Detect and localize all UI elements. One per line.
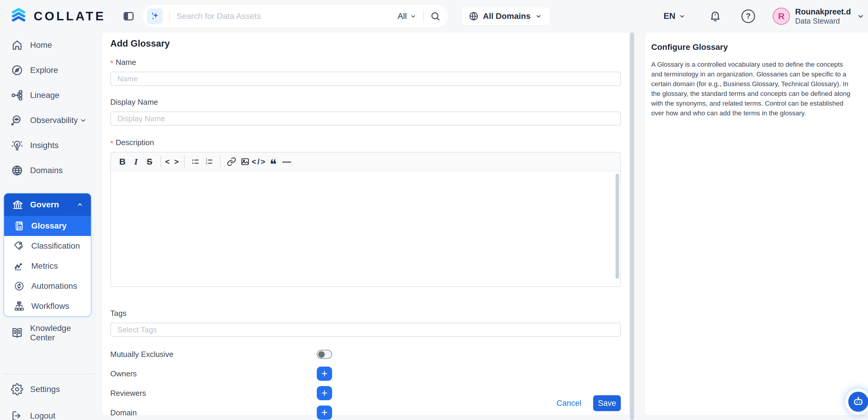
domains-globe-icon <box>11 164 24 177</box>
bold-icon[interactable]: B <box>116 154 129 169</box>
collate-logo[interactable]: COLLATE <box>9 7 105 25</box>
name-input[interactable] <box>110 72 621 86</box>
chevron-down-icon <box>410 13 417 20</box>
help-icon[interactable]: ? <box>741 9 755 23</box>
domain-label: Domain <box>110 408 317 417</box>
help-panel-title: Configure Glossary <box>651 42 851 52</box>
search-icon[interactable] <box>430 11 440 21</box>
sidebar-item-workflows[interactable]: Workflows <box>4 296 91 316</box>
editor-toolbar: B I S < > 12 </> ❝ — <box>111 152 620 171</box>
avatar-initial: R <box>778 11 784 21</box>
italic-icon[interactable]: I <box>129 154 143 169</box>
sidebar-item-automations[interactable]: Automations <box>4 276 91 296</box>
govern-section: Govern Glossary Classification Metrics <box>4 193 91 317</box>
chevron-down-icon <box>678 12 686 20</box>
search-input[interactable] <box>176 11 398 21</box>
toolbar-divider <box>184 155 185 168</box>
topbar: COLLATE All All Domains EN <box>0 0 868 32</box>
owners-label: Owners <box>110 369 317 379</box>
toggle-knob <box>318 351 325 358</box>
user-menu-chevron-icon[interactable] <box>856 12 865 21</box>
sidebar-item-insights[interactable]: Insights <box>0 133 98 158</box>
user-avatar[interactable]: R <box>773 8 790 25</box>
main-scrollbar[interactable] <box>630 32 634 420</box>
save-button[interactable]: Save <box>593 395 621 411</box>
description-editor: B I S < > 12 </> ❝ — <box>110 152 621 287</box>
sidebar-collapse-icon[interactable] <box>123 10 134 22</box>
add-glossary-form: Add Glossary * Name Display Name * Descr… <box>102 32 629 415</box>
user-role: Data Steward <box>795 17 851 25</box>
search-scope-dropdown[interactable]: All <box>398 11 417 21</box>
divider <box>169 11 170 22</box>
explore-compass-icon <box>11 64 24 77</box>
knowledge-center-book-icon <box>11 327 24 339</box>
sidebar-item-classification[interactable]: Classification <box>4 236 91 256</box>
cancel-button[interactable]: Cancel <box>557 399 581 408</box>
sidebar-item-settings[interactable]: Settings <box>0 379 98 400</box>
reviewers-label: Reviewers <box>110 389 317 398</box>
automations-icon <box>13 280 25 292</box>
bullet-list-icon[interactable] <box>189 154 202 169</box>
required-marker: * <box>110 139 113 148</box>
settings-gear-icon <box>11 383 24 395</box>
all-domains-label: All Domains <box>483 11 531 21</box>
globe-icon <box>469 11 479 21</box>
svg-text:2: 2 <box>206 162 207 165</box>
svg-text:1: 1 <box>206 158 207 161</box>
add-domain-button[interactable]: + <box>317 406 332 420</box>
horizontal-rule-icon[interactable]: — <box>280 154 293 169</box>
sidebar-item-domains[interactable]: Domains <box>0 158 98 183</box>
bot-icon <box>848 392 868 412</box>
form-actions: Cancel Save <box>557 395 621 411</box>
home-icon <box>11 39 24 51</box>
global-search-bar[interactable]: All <box>143 5 448 28</box>
user-menu[interactable]: Rounakpreet.d Data Steward <box>795 7 851 25</box>
brand-name: COLLATE <box>34 9 105 23</box>
add-reviewer-button[interactable]: + <box>317 386 332 400</box>
sidebar: Home Explore Lineage Observability Insig… <box>0 32 98 420</box>
sidebar-item-lineage[interactable]: Lineage <box>0 83 98 108</box>
collate-logo-icon <box>9 7 28 25</box>
sidebar-item-explore[interactable]: Explore <box>0 58 98 83</box>
page-title: Add Glossary <box>110 38 621 49</box>
all-domains-dropdown[interactable]: All Domains <box>462 7 550 25</box>
chevron-down-icon <box>535 12 542 20</box>
sidebar-item-logout[interactable]: Logout <box>0 406 98 420</box>
logout-icon <box>11 410 24 420</box>
description-textarea[interactable] <box>111 171 620 287</box>
sidebar-item-govern[interactable]: Govern <box>4 193 91 216</box>
mutually-exclusive-label: Mutually Exclusive <box>110 350 317 359</box>
sidebar-item-metrics[interactable]: Metrics <box>4 256 91 276</box>
tags-select-input[interactable] <box>110 323 621 337</box>
mutually-exclusive-toggle[interactable] <box>317 350 332 359</box>
ai-sparkle-icon[interactable] <box>147 8 163 24</box>
notifications-bell-icon[interactable] <box>709 10 721 22</box>
sidebar-item-observability[interactable]: Observability <box>0 108 98 133</box>
strikethrough-icon[interactable]: S <box>143 154 156 169</box>
observability-icon <box>11 114 24 126</box>
chevron-up-icon[interactable] <box>76 201 84 209</box>
display-name-label: Display Name <box>110 98 621 107</box>
sidebar-item-knowledge-center[interactable]: Knowledge Center <box>0 320 98 346</box>
divider <box>423 11 424 22</box>
add-owner-button[interactable]: + <box>317 367 332 381</box>
insights-bulb-icon <box>11 139 24 152</box>
chevron-down-icon[interactable] <box>79 116 87 124</box>
description-label: * Description <box>110 138 621 147</box>
search-scope-label: All <box>398 11 407 21</box>
sidebar-item-home[interactable]: Home <box>0 32 98 58</box>
numbered-list-icon[interactable]: 12 <box>202 154 216 169</box>
required-marker: * <box>110 59 113 68</box>
display-name-input[interactable] <box>110 112 621 126</box>
blockquote-icon[interactable]: ❝ <box>266 154 280 169</box>
configure-glossary-panel: Configure Glossary A Glossary is a contr… <box>645 32 868 415</box>
image-icon[interactable] <box>238 154 252 169</box>
code-block-icon[interactable]: </> <box>252 154 267 169</box>
link-icon[interactable] <box>225 154 238 169</box>
sidebar-item-glossary[interactable]: Glossary <box>4 216 91 236</box>
editor-scrollbar[interactable] <box>616 174 619 279</box>
inline-code-icon[interactable]: < > <box>165 154 180 169</box>
lineage-icon <box>11 89 24 101</box>
language-dropdown[interactable]: EN <box>663 11 686 21</box>
govern-bank-icon <box>11 199 24 211</box>
